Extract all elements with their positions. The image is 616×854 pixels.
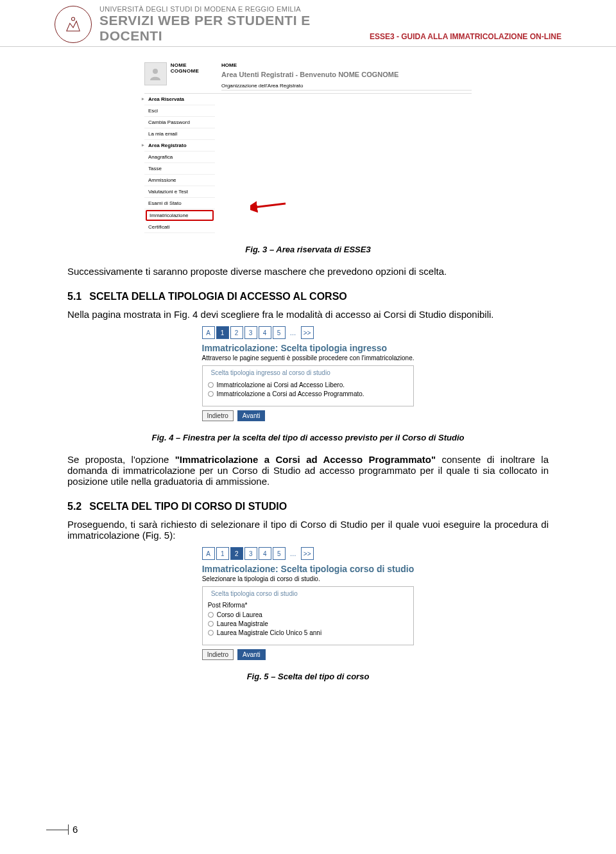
university-logo (55, 6, 92, 43)
fig4-option-2: Immatricolazione a Corsi ad Accesso Prog… (208, 390, 408, 397)
page-content: NOME COGNOME HOME Area Utenti Registrati… (0, 47, 616, 706)
figure-4-wrapper: A 1 2 3 4 5 … >> Immatricolazione: Scelt… (67, 326, 549, 421)
paragraph-2: Nella pagina mostrata in Fig. 4 devi sce… (67, 309, 549, 320)
fig5-legend: Scelta tipologia corso di studio (209, 590, 300, 597)
fig5-buttons: Indietro Avanti (202, 649, 415, 660)
fig5-option-2-label: Laurea Magistrale (217, 620, 268, 627)
menu-header-registrato: Area Registrato (144, 140, 215, 152)
fig4-option-2-label: Immatricolazione a Corsi ad Accesso Prog… (217, 390, 364, 397)
menu-item-ammissione: Ammissione (144, 175, 215, 186)
section-5-2-text: SCELTA DEL TIPO DI CORSO DI STUDIO (89, 501, 287, 512)
svg-point-1 (153, 69, 158, 74)
menu-item-password: Cambia Password (144, 117, 215, 128)
wizard-step-3: 3 (244, 326, 257, 339)
section-5-1-text: SCELTA DELLA TIPOLOGIA DI ACCESSO AL COR… (89, 291, 347, 302)
fig5-option-3: Laurea Magistrale Ciclo Unico 5 anni (208, 629, 408, 636)
service-title: SERVIZI WEB PER STUDENTI E DOCENTI (99, 13, 362, 44)
svg-point-0 (71, 17, 74, 21)
page-header: UNIVERSITÀ DEGLI STUDI DI MODENA E REGGI… (0, 0, 616, 47)
fig4-forward-button: Avanti (237, 410, 266, 421)
wizard-step-4: 4 (259, 326, 271, 339)
radio-icon (208, 630, 214, 636)
avatar-icon (144, 62, 167, 85)
page-number: 6 (73, 824, 78, 835)
menu-item-tasse: Tasse (144, 163, 215, 175)
figure-5: A 1 2 3 4 5 … >> Immatricolazione: Scelt… (202, 547, 415, 660)
menu-item-esci: Esci (144, 105, 215, 117)
fig5-title: Immatricolazione: Scelta tipologia corso… (202, 564, 415, 574)
paragraph-1: Successivamente ti saranno proposte dive… (67, 266, 549, 277)
fig5-post-riforma: Post Riforma* (208, 602, 408, 609)
figure-3-wrapper: NOME COGNOME HOME Area Utenti Registrati… (67, 60, 549, 233)
fig5-forward-button: Avanti (237, 649, 266, 660)
page-number-decoration: 6 (46, 824, 78, 835)
wizard-step-2: 2 (230, 326, 243, 339)
radio-icon (208, 382, 214, 388)
figure-3: NOME COGNOME HOME Area Utenti Registrati… (144, 60, 472, 233)
wizard-step-next: >> (301, 326, 314, 339)
arrow-icon (250, 200, 289, 213)
figure-4-caption: Fig. 4 – Finestra per la scelta del tipo… (67, 433, 549, 442)
fig4-back-button: Indietro (202, 410, 234, 421)
menu-item-esami: Esami di Stato (144, 198, 215, 209)
radio-icon (208, 391, 214, 397)
user-name: NOME COGNOME (171, 62, 215, 85)
fig4-subtitle: Attraverso le pagine seguenti è possibil… (202, 354, 415, 362)
section-5-1-number: 5.1 (67, 291, 81, 302)
header-titles: UNIVERSITÀ DEGLI STUDI DI MODENA E REGGI… (99, 5, 362, 44)
para3-bold: "Immatricolazione a Corsi ad Accesso Pro… (175, 454, 436, 465)
fig4-option-1: Immatricolazione ai Corsi ad Accesso Lib… (208, 381, 408, 388)
fig5-option-3-label: Laurea Magistrale Ciclo Unico 5 anni (217, 629, 321, 636)
wizard-steps-2: A 1 2 3 4 5 … >> (202, 547, 415, 560)
fig4-legend: Scelta tipologia ingresso al corso di st… (209, 369, 332, 376)
paragraph-4: Proseguendo, ti sarà richiesto di selezi… (67, 519, 549, 541)
fig5-subtitle: Selezionare la tipologia di corso di stu… (202, 575, 415, 582)
fig5-option-1-label: Corso di Laurea (217, 611, 262, 618)
wizard2-step-5: 5 (273, 547, 286, 560)
fig5-fieldset: Scelta tipologia corso di studio Post Ri… (202, 586, 414, 645)
document-title: ESSE3 - GUIDA ALLA IMMATRICOLAZIONE ON-L… (370, 32, 561, 44)
section-5-1-title: 5.1SCELTA DELLA TIPOLOGIA DI ACCESSO AL … (67, 291, 549, 302)
fig4-option-1-label: Immatricolazione ai Corsi ad Accesso Lib… (217, 381, 345, 388)
figure-5-wrapper: A 1 2 3 4 5 … >> Immatricolazione: Scelt… (67, 547, 549, 660)
menu-item-certificati: Certificati (144, 222, 215, 233)
wizard-step-1: 1 (216, 326, 229, 339)
menu-item-email: La mia email (144, 128, 215, 140)
fig5-option-1: Corso di Laurea (208, 611, 408, 618)
menu-item-valutazioni: Valutazioni e Test (144, 186, 215, 198)
breadcrumb-home: HOME (221, 62, 472, 68)
wizard2-step-2: 2 (230, 547, 243, 560)
wizard-steps: A 1 2 3 4 5 … >> (202, 326, 415, 339)
wizard2-step-a: A (202, 547, 215, 560)
wizard2-step-dots: … (287, 547, 300, 560)
fig4-fieldset: Scelta tipologia ingresso al corso di st… (202, 365, 414, 406)
org-text: Organizzazione dell'Area Registrato (221, 83, 472, 91)
wizard-step-dots: … (287, 326, 300, 339)
welcome-text: Area Utenti Registrati - Benvenuto NOME … (221, 71, 472, 78)
university-name: UNIVERSITÀ DEGLI STUDI DI MODENA E REGGI… (99, 5, 362, 13)
wizard2-step-3: 3 (244, 547, 257, 560)
fig4-title: Immatricolazione: Scelta tipologia ingre… (202, 343, 415, 353)
figure-3-caption: Fig. 3 – Area riservata di ESSE3 (67, 245, 549, 254)
wizard-step-a: A (202, 326, 215, 339)
section-5-2-number: 5.2 (67, 501, 81, 512)
fig4-buttons: Indietro Avanti (202, 410, 415, 421)
wizard-step-5: 5 (273, 326, 286, 339)
radio-icon (208, 621, 214, 627)
paragraph-3: Se proposta, l'opzione "Immatricolazione… (67, 454, 549, 487)
menu-item-immatricolazione: Immatricolazione (146, 210, 214, 221)
wizard2-step-next: >> (301, 547, 314, 560)
fig5-back-button: Indietro (202, 649, 234, 660)
sidebar-menu: Area Riservata Esci Cambia Password La m… (144, 94, 215, 233)
figure-4: A 1 2 3 4 5 … >> Immatricolazione: Scelt… (202, 326, 415, 421)
figure-5-caption: Fig. 5 – Scelta del tipo di corso (67, 672, 549, 681)
radio-icon (208, 612, 214, 618)
svg-line-2 (253, 204, 286, 207)
menu-header-riservata: Area Riservata (144, 94, 215, 105)
section-5-2-title: 5.2SCELTA DEL TIPO DI CORSO DI STUDIO (67, 501, 549, 512)
menu-item-anagrafica: Anagrafica (144, 152, 215, 163)
wizard2-step-4: 4 (259, 547, 271, 560)
fig5-option-2: Laurea Magistrale (208, 620, 408, 627)
para3-a: Se proposta, l'opzione (67, 454, 175, 465)
wizard2-step-1: 1 (216, 547, 229, 560)
